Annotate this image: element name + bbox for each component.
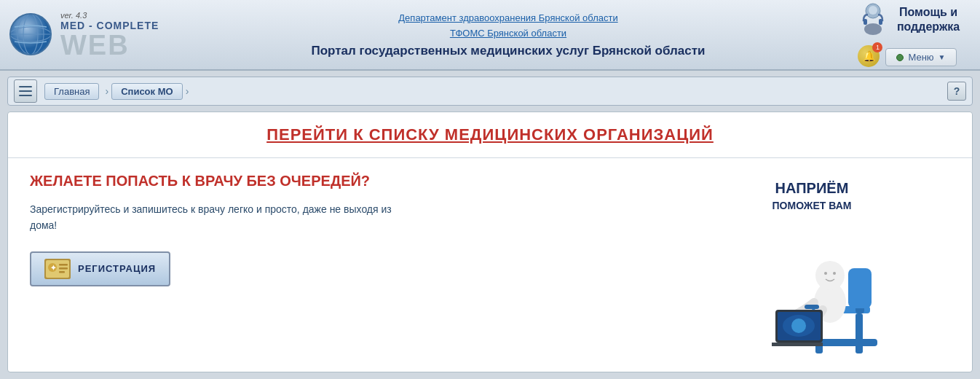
breadcrumb-separator-2: › — [186, 85, 189, 97]
promo-title: ЖЕЛАЕТЕ ПОПАСТЬ К ВРАЧУ БЕЗ ОЧЕРЕДЕЙ? — [30, 173, 644, 190]
breadcrumb: Главная › Список МО › ? — [8, 77, 972, 105]
promo-text-area: ЖЕЛАЕТЕ ПОПАСТЬ К ВРАЧУ БЕЗ ОЧЕРЕДЕЙ? За… — [30, 173, 673, 286]
breadcrumb-help-button[interactable]: ? — [947, 82, 966, 101]
header-right: Помощь и поддержка 🔔 1 Меню ▼ — [842, 0, 973, 70]
svg-point-8 — [864, 23, 882, 35]
svg-rect-14 — [59, 264, 68, 266]
svg-rect-23 — [848, 268, 872, 308]
notification-badge: 1 — [872, 42, 882, 52]
register-icon: ✦ — [44, 259, 71, 279]
tfoms-link[interactable]: ТФОМС Брянской области — [189, 26, 827, 42]
logo-area: ver. 4.3 MED - COMPLETE WEB — [7, 11, 175, 59]
chevron-down-icon: ▼ — [938, 53, 946, 61]
doctor-laptop-illustration — [710, 226, 914, 357]
hamburger-button[interactable] — [14, 79, 37, 103]
logo-web: WEB — [60, 31, 159, 59]
svg-text:✦: ✦ — [50, 264, 57, 272]
promo-section: ЖЕЛАЕТЕ ПОПАСТЬ К ВРАЧУ БЕЗ ОЧЕРЕДЕЙ? За… — [8, 158, 972, 372]
notification-bell[interactable]: 🔔 1 — [858, 45, 880, 67]
header: ver. 4.3 MED - COMPLETE WEB Департамент … — [0, 0, 980, 71]
svg-rect-16 — [59, 271, 65, 273]
help-text: Помощь и поддержка — [897, 5, 960, 33]
breadcrumb-home[interactable]: Главная — [44, 83, 99, 100]
svg-rect-10 — [879, 19, 882, 25]
support-icon — [855, 0, 891, 36]
dept-link[interactable]: Департамент здравоохранения Брянской обл… — [189, 11, 827, 26]
hamburger-line-1 — [19, 86, 32, 87]
org-list-link[interactable]: ПЕРЕЙТИ К СПИСКУ МЕДИЦИНСКИХ ОРГАНИЗАЦИЙ — [266, 125, 714, 144]
menu-button[interactable]: Меню ▼ — [885, 48, 956, 66]
svg-point-31 — [791, 319, 806, 333]
hamburger-line-3 — [19, 95, 32, 96]
svg-rect-9 — [864, 19, 867, 25]
svg-point-25 — [815, 261, 845, 290]
header-center: Департамент здравоохранения Брянской обл… — [175, 11, 842, 59]
svg-rect-32 — [805, 305, 819, 309]
svg-point-26 — [824, 272, 827, 275]
logo-text-block: ver. 4.3 MED - COMPLETE WEB — [60, 11, 159, 59]
content-area: ПЕРЕЙТИ К СПИСКУ МЕДИЦИНСКИХ ОРГАНИЗАЦИЙ… — [7, 112, 973, 372]
svg-point-27 — [833, 272, 836, 275]
breadcrumb-current: Список МО — [111, 83, 182, 100]
breadcrumb-separator-1: › — [105, 85, 108, 97]
svg-rect-15 — [59, 267, 68, 270]
help-support-area: Помощь и поддержка — [855, 0, 960, 39]
nav-wrapper: Главная › Список МО › ? — [7, 77, 973, 106]
svg-point-7 — [869, 6, 877, 15]
logo-version: ver. 4.3 — [60, 11, 159, 20]
promo-description: Зарегистрируйтесь и запишитесь к врачу л… — [30, 201, 394, 234]
main-link-section: ПЕРЕЙТИ К СПИСКУ МЕДИЦИНСКИХ ОРГАНИЗАЦИЙ — [8, 112, 972, 158]
globe-icon — [7, 11, 55, 58]
portal-title: Портал государственных медицинских услуг… — [189, 44, 827, 58]
svg-rect-20 — [855, 313, 863, 353]
menu-dot-icon — [896, 54, 904, 61]
hamburger-line-2 — [19, 90, 32, 92]
napriom-subtitle: ПОМОЖЕТ ВАМ — [772, 200, 852, 211]
promo-image-area: НАПРИЁМ ПОМОЖЕТ ВАМ — [673, 173, 950, 357]
help-icon-area — [855, 0, 891, 39]
menu-label: Меню — [908, 52, 933, 63]
register-btn-text: РЕГИСТРАЦИЯ — [78, 263, 156, 274]
napriom-title: НАПРИЁМ — [775, 180, 849, 197]
register-button[interactable]: ✦ РЕГИСТРАЦИЯ — [30, 251, 170, 286]
